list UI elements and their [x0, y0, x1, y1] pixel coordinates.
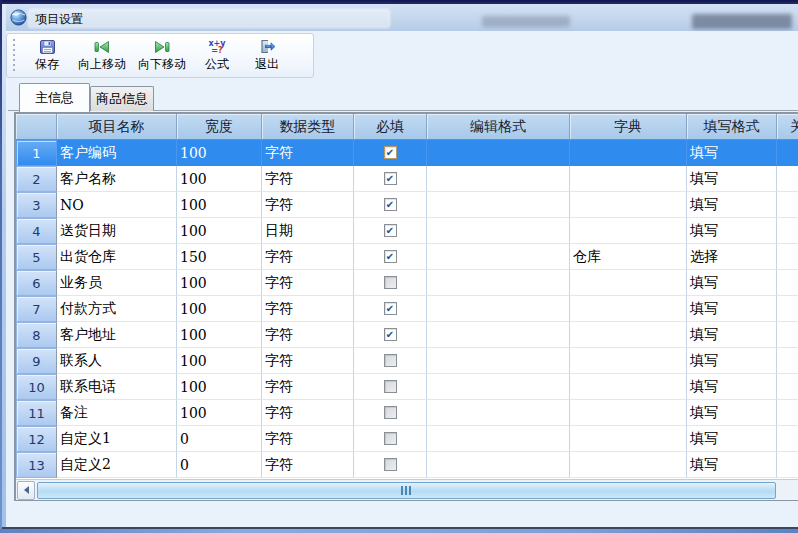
column-header[interactable]: 宽度 [177, 114, 262, 139]
data-type-cell[interactable]: 字符 [262, 270, 354, 296]
edit-format-cell[interactable] [427, 140, 570, 166]
item-name-cell[interactable]: 客户名称 [57, 166, 177, 192]
width-cell[interactable]: 100 [177, 270, 262, 296]
fill-format-cell[interactable]: 填写 [687, 374, 777, 400]
overflow-cell[interactable] [777, 140, 798, 166]
overflow-cell[interactable] [777, 296, 798, 322]
fill-format-cell[interactable]: 填写 [687, 296, 777, 322]
item-name-cell[interactable]: 业务员 [57, 270, 177, 296]
overflow-cell[interactable] [777, 426, 798, 452]
dictionary-cell[interactable] [570, 426, 687, 452]
data-type-cell[interactable]: 字符 [262, 426, 354, 452]
row-number-cell[interactable]: 6 [16, 270, 57, 296]
overflow-cell[interactable] [777, 452, 798, 478]
required-checkbox[interactable] [384, 172, 397, 185]
required-cell[interactable] [354, 192, 427, 218]
item-name-cell[interactable]: 自定义2 [57, 452, 177, 478]
data-type-cell[interactable]: 字符 [262, 452, 354, 478]
item-name-cell[interactable]: 联系人 [57, 348, 177, 374]
required-cell[interactable] [354, 322, 427, 348]
dictionary-cell[interactable] [570, 348, 687, 374]
fill-format-cell[interactable]: 填写 [687, 192, 777, 218]
required-cell[interactable] [354, 426, 427, 452]
dictionary-cell[interactable] [570, 452, 687, 478]
overflow-cell[interactable] [777, 244, 798, 270]
table-row[interactable]: 4送货日期100日期填写 [16, 218, 798, 244]
required-cell[interactable] [354, 348, 427, 374]
fill-format-cell[interactable]: 填写 [687, 166, 777, 192]
data-type-cell[interactable]: 字符 [262, 166, 354, 192]
scroll-left-button[interactable] [17, 481, 35, 500]
required-checkbox[interactable] [384, 458, 397, 471]
required-cell[interactable] [354, 218, 427, 244]
table-row[interactable]: 7付款方式100字符填写 [16, 296, 798, 322]
required-checkbox[interactable] [384, 198, 397, 211]
edit-format-cell[interactable] [427, 244, 570, 270]
edit-format-cell[interactable] [427, 348, 570, 374]
required-cell[interactable] [354, 270, 427, 296]
column-header[interactable]: 编辑格式 [427, 114, 570, 139]
column-header[interactable] [16, 114, 57, 139]
dictionary-cell[interactable] [570, 400, 687, 426]
row-number-cell[interactable]: 5 [16, 244, 57, 270]
dictionary-cell[interactable] [570, 218, 687, 244]
data-type-cell[interactable]: 字符 [262, 140, 354, 166]
table-row[interactable]: 1客户编码100字符填写 [16, 140, 798, 166]
table-row[interactable]: 13自定义20字符填写 [16, 452, 798, 478]
edit-format-cell[interactable] [427, 322, 570, 348]
fill-format-cell[interactable]: 填写 [687, 140, 777, 166]
row-number-cell[interactable]: 7 [16, 296, 57, 322]
edit-format-cell[interactable] [427, 296, 570, 322]
edit-format-cell[interactable] [427, 374, 570, 400]
required-cell[interactable] [354, 452, 427, 478]
required-checkbox[interactable] [384, 250, 397, 263]
width-cell[interactable]: 0 [177, 452, 262, 478]
toolbar-grip-handle[interactable] [11, 39, 16, 73]
formula-button[interactable]: x+y =? 公式 [192, 36, 242, 76]
fill-format-cell[interactable]: 填写 [687, 218, 777, 244]
overflow-cell[interactable] [777, 322, 798, 348]
table-row[interactable]: 2客户名称100字符填写 [16, 166, 798, 192]
dictionary-cell[interactable]: 仓库 [570, 244, 687, 270]
required-cell[interactable] [354, 374, 427, 400]
column-header[interactable]: 填写格式 [687, 114, 777, 139]
fill-format-cell[interactable]: 填写 [687, 348, 777, 374]
required-checkbox[interactable] [384, 146, 397, 159]
item-name-cell[interactable]: 客户编码 [57, 140, 177, 166]
row-number-cell[interactable]: 11 [16, 400, 57, 426]
dictionary-cell[interactable] [570, 192, 687, 218]
item-name-cell[interactable]: NO [57, 192, 177, 218]
edit-format-cell[interactable] [427, 166, 570, 192]
width-cell[interactable]: 100 [177, 400, 262, 426]
row-number-cell[interactable]: 8 [16, 322, 57, 348]
required-checkbox[interactable] [384, 276, 397, 289]
row-number-cell[interactable]: 10 [16, 374, 57, 400]
width-cell[interactable]: 0 [177, 426, 262, 452]
table-row[interactable]: 8客户地址100字符填写 [16, 322, 798, 348]
required-cell[interactable] [354, 166, 427, 192]
required-checkbox[interactable] [384, 302, 397, 315]
dictionary-cell[interactable] [570, 270, 687, 296]
fill-format-cell[interactable]: 选择 [687, 244, 777, 270]
required-checkbox[interactable] [384, 380, 397, 393]
overflow-cell[interactable] [777, 270, 798, 296]
column-header[interactable]: 关 [777, 114, 798, 139]
data-type-cell[interactable]: 字符 [262, 400, 354, 426]
table-row[interactable]: 6业务员100字符填写 [16, 270, 798, 296]
required-checkbox[interactable] [384, 406, 397, 419]
fill-format-cell[interactable]: 填写 [687, 452, 777, 478]
column-header[interactable]: 数据类型 [262, 114, 354, 139]
table-row[interactable]: 12自定义10字符填写 [16, 426, 798, 452]
row-number-cell[interactable]: 1 [16, 140, 57, 166]
item-name-cell[interactable]: 出货仓库 [57, 244, 177, 270]
table-row[interactable]: 11备注100字符填写 [16, 400, 798, 426]
required-checkbox[interactable] [384, 328, 397, 341]
required-cell[interactable] [354, 400, 427, 426]
overflow-cell[interactable] [777, 192, 798, 218]
data-type-cell[interactable]: 字符 [262, 374, 354, 400]
width-cell[interactable]: 100 [177, 322, 262, 348]
column-header[interactable]: 字典 [570, 114, 687, 139]
required-cell[interactable] [354, 244, 427, 270]
row-number-cell[interactable]: 3 [16, 192, 57, 218]
item-name-cell[interactable]: 备注 [57, 400, 177, 426]
